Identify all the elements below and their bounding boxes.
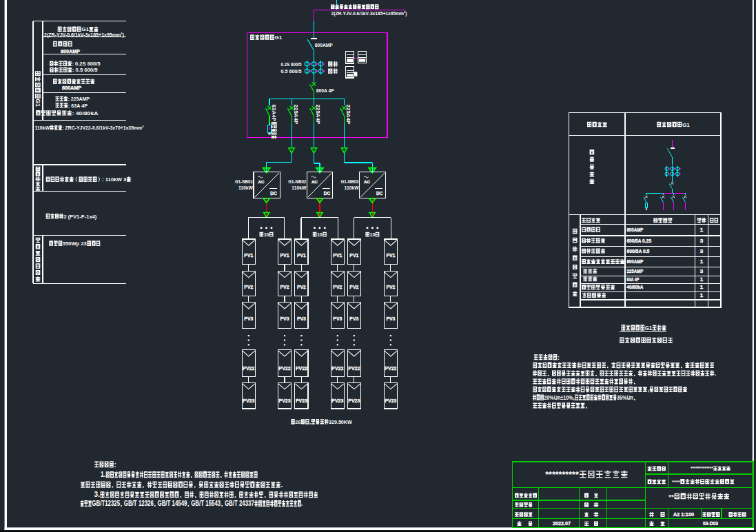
svg-text:PV1: PV1 bbox=[280, 252, 289, 258]
svg-text:,: , bbox=[309, 419, 311, 425]
svg-text:3.: 3. bbox=[94, 491, 101, 498]
svg-text:PV22: PV22 bbox=[243, 365, 254, 371]
svg-text:**********: ********** bbox=[545, 470, 579, 480]
svg-text:63A4P: 63A4P bbox=[271, 105, 277, 122]
svg-text:2022.07: 2022.07 bbox=[553, 520, 571, 526]
svg-text:800AMP: 800AMP bbox=[315, 42, 334, 48]
svg-text:10: 10 bbox=[264, 232, 269, 237]
svg-text:.: . bbox=[715, 370, 717, 377]
svg-text:PV1: PV1 bbox=[333, 252, 342, 258]
svg-text:600/5A 0.5: 600/5A 0.5 bbox=[626, 248, 649, 254]
svg-text:03-D03: 03-D03 bbox=[703, 520, 718, 526]
svg-text:PV3: PV3 bbox=[244, 316, 253, 322]
svg-text:G1-NB02: G1-NB02 bbox=[288, 178, 306, 185]
svg-text:A2 1:100: A2 1:100 bbox=[673, 511, 694, 518]
svg-text:800AMP: 800AMP bbox=[626, 227, 643, 233]
svg-text:110kW: 110kW bbox=[292, 185, 307, 191]
svg-text:.: . bbox=[301, 500, 303, 507]
svg-text:G1-NB03: G1-NB03 bbox=[341, 178, 359, 185]
svg-text:550Wp 23: 550Wp 23 bbox=[63, 241, 88, 247]
svg-text:G1: G1 bbox=[34, 99, 41, 108]
svg-text:**: ** bbox=[668, 493, 674, 500]
svg-text:: 225AMP: : 225AMP bbox=[68, 96, 90, 102]
svg-text:110kW: 110kW bbox=[238, 185, 254, 191]
svg-text:GB/T12325: GB/T12325 bbox=[92, 500, 120, 507]
svg-text:0.5 600/5: 0.5 600/5 bbox=[281, 68, 302, 74]
svg-text:: 0.2S 600/5: : 0.2S 600/5 bbox=[72, 61, 101, 67]
svg-text:PV23: PV23 bbox=[279, 398, 291, 404]
svg-text:PV23: PV23 bbox=[243, 398, 254, 404]
svg-text:AC: AC bbox=[364, 179, 370, 184]
svg-text:26: 26 bbox=[295, 419, 300, 425]
svg-text:20%Un±10%,: 20%Un±10%, bbox=[544, 394, 574, 401]
svg-text:3: 3 bbox=[700, 238, 704, 244]
svg-text:,: , bbox=[647, 386, 649, 393]
svg-text:10: 10 bbox=[317, 232, 323, 237]
svg-text:3: 3 bbox=[700, 248, 704, 254]
svg-text:DC: DC bbox=[376, 191, 383, 196]
svg-text:G1: G1 bbox=[645, 325, 652, 331]
svg-text:2 (PV1-P-1x4): 2 (PV1-P-1x4) bbox=[63, 214, 96, 220]
svg-text:PV2: PV2 bbox=[297, 284, 306, 290]
svg-text:PV3: PV3 bbox=[280, 316, 289, 322]
svg-text:G1: G1 bbox=[682, 122, 690, 128]
svg-text:G1: G1 bbox=[275, 34, 283, 41]
svg-text:PV2: PV2 bbox=[244, 284, 253, 290]
svg-text:: 0.5 600/5: : 0.5 600/5 bbox=[72, 67, 98, 73]
svg-text:PV2: PV2 bbox=[333, 284, 342, 290]
svg-text:PV1: PV1 bbox=[386, 252, 395, 258]
svg-text:PV22: PV22 bbox=[331, 365, 343, 371]
svg-text:3: 3 bbox=[700, 268, 704, 274]
svg-text::: : bbox=[114, 461, 116, 469]
svg-text:GB/T 24337: GB/T 24337 bbox=[225, 500, 254, 507]
svg-text:GB/T 14549: GB/T 14549 bbox=[158, 500, 187, 507]
svg-text:225A4P: 225A4P bbox=[293, 105, 299, 125]
svg-text:PV23: PV23 bbox=[296, 398, 307, 404]
svg-text:225AMP: 225AMP bbox=[626, 268, 643, 274]
svg-text:PV1: PV1 bbox=[349, 252, 358, 258]
svg-text:PV3: PV3 bbox=[349, 316, 358, 322]
svg-text:PV23: PV23 bbox=[385, 398, 396, 404]
svg-text:225A4P: 225A4P bbox=[315, 105, 321, 125]
svg-text:110kW: 110kW bbox=[345, 185, 360, 191]
svg-text:329.50KW: 329.50KW bbox=[329, 419, 352, 425]
svg-text:G1-NB01: G1-NB01 bbox=[235, 178, 253, 185]
svg-text:PV3: PV3 bbox=[386, 316, 395, 322]
svg-text:40/80kA: 40/80kA bbox=[626, 284, 643, 290]
svg-text:: 63A 4P: : 63A 4P bbox=[68, 103, 88, 109]
svg-text:1: 1 bbox=[700, 276, 704, 283]
svg-text:PV2: PV2 bbox=[349, 284, 358, 290]
svg-text:GB/T 12326: GB/T 12326 bbox=[124, 500, 154, 507]
svg-text:PV22: PV22 bbox=[279, 365, 291, 371]
svg-text:1.: 1. bbox=[101, 471, 105, 478]
svg-text:: ZRC-YJV22-0.6/1kV-3x70+1x35m: : ZRC-YJV22-0.6/1kV-3x70+1x35mm² bbox=[62, 125, 143, 131]
svg-text:800AMP: 800AMP bbox=[626, 258, 643, 265]
svg-text:AC: AC bbox=[258, 179, 265, 184]
svg-text:AC: AC bbox=[311, 179, 318, 184]
svg-text:: 40/80kA: : 40/80kA bbox=[72, 110, 99, 116]
svg-text:800AMP: 800AMP bbox=[61, 48, 80, 54]
svg-text:63A 4P: 63A 4P bbox=[626, 276, 639, 283]
svg-text:PV23: PV23 bbox=[348, 398, 360, 404]
svg-text:0.2S 600/5: 0.2S 600/5 bbox=[281, 61, 302, 68]
svg-text:PV3: PV3 bbox=[297, 316, 306, 322]
svg-text:PV2: PV2 bbox=[386, 284, 395, 290]
svg-text:1: 1 bbox=[700, 258, 704, 265]
svg-text:800A 4P: 800A 4P bbox=[316, 88, 335, 94]
svg-text:2(ZR-YJV-0.6/1kV-3x185+1x95mm²: 2(ZR-YJV-0.6/1kV-3x185+1x95mm²) bbox=[331, 10, 407, 17]
svg-text:1: 1 bbox=[700, 227, 704, 233]
svg-text:PV1: PV1 bbox=[244, 252, 253, 258]
svg-text:PV3: PV3 bbox=[333, 316, 342, 322]
svg-text:PV23: PV23 bbox=[331, 398, 343, 404]
svg-text::: : bbox=[558, 354, 560, 361]
svg-text:PV2: PV2 bbox=[280, 284, 289, 290]
svg-text:1: 1 bbox=[700, 284, 704, 290]
svg-text:****: **** bbox=[672, 479, 680, 485]
svg-text:DC: DC bbox=[324, 191, 331, 196]
svg-text:PV22: PV22 bbox=[385, 365, 396, 371]
svg-text:: 110kW 3: : 110kW 3 bbox=[102, 176, 127, 183]
svg-text:600/5A 0.2S: 600/5A 0.2S bbox=[626, 238, 651, 244]
svg-text:PV22: PV22 bbox=[348, 365, 360, 371]
svg-text:*************: ************* bbox=[691, 466, 713, 471]
svg-text:35%Un: 35%Un bbox=[617, 394, 633, 401]
